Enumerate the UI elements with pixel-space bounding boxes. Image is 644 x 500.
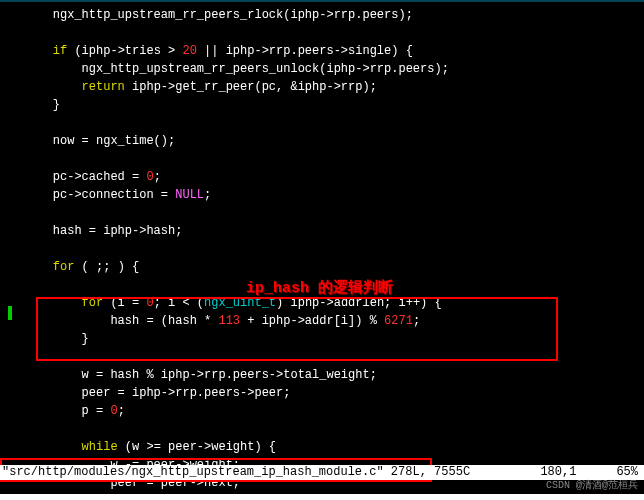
code-block: ngx_http_upstream_rr_peers_rlock(iphp->r… — [0, 6, 644, 494]
vim-status-bar: "src/http/modules/ngx_http_upstream_ip_h… — [0, 465, 644, 480]
status-position: 180,1 — [540, 465, 616, 480]
status-percent: 65% — [616, 465, 642, 480]
code-editor: ngx_http_upstream_rr_peers_rlock(iphp->r… — [0, 0, 644, 494]
text-cursor — [8, 306, 12, 320]
status-file: "src/http/modules/ngx_http_upstream_ip_h… — [2, 465, 470, 480]
code-line: ngx_http_upstream_rr_peers_rlock(iphp->r… — [24, 8, 413, 22]
